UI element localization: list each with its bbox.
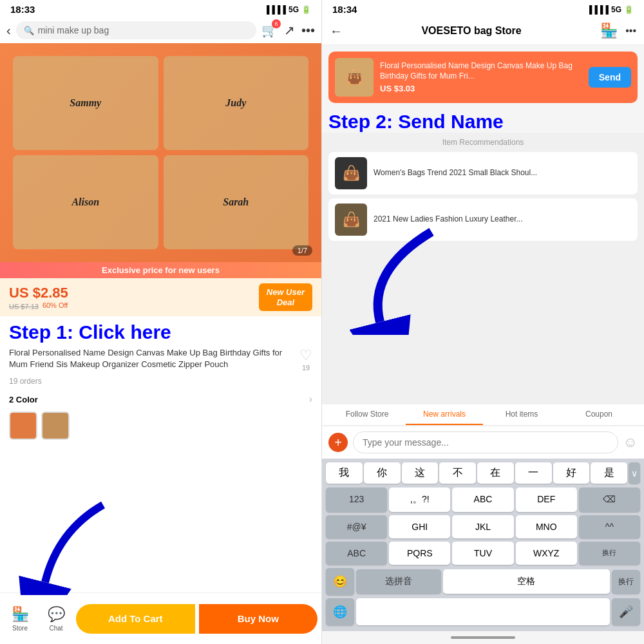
chat-input-row: + ☺: [322, 426, 644, 459]
key-pqrs[interactable]: PQRS: [389, 542, 450, 565]
more-button-right[interactable]: •••: [625, 25, 636, 37]
store-icon-right[interactable]: 🏪: [600, 23, 618, 39]
send-button[interactable]: Send: [589, 67, 631, 88]
key-jkl[interactable]: JKL: [452, 515, 513, 538]
key-def[interactable]: DEF: [516, 488, 577, 512]
bag-grid: Sammy Judy Alison Sarah: [0, 43, 321, 262]
search-bar[interactable]: 🔍 mini make up bag: [16, 21, 256, 39]
share-button[interactable]: ↗: [284, 23, 295, 38]
more-button[interactable]: •••: [301, 23, 315, 38]
quick-char-bu[interactable]: 不: [439, 462, 476, 484]
chat-product-price: US $3.03: [380, 84, 582, 93]
exclusive-banner: Exclusive price for new users: [0, 262, 321, 278]
top-bar-right: ← VOESETO bag Store 🏪 •••: [322, 17, 644, 45]
key-space2[interactable]: [356, 598, 610, 625]
bag-item-alison: Alison: [13, 155, 158, 249]
key-space[interactable]: 空格: [443, 569, 610, 594]
rec-item-2[interactable]: 👜 2021 New Ladies Fashion Luxury Leather…: [328, 198, 638, 241]
key-newline[interactable]: 换行: [612, 570, 640, 594]
quick-char-wo[interactable]: 我: [326, 462, 363, 484]
add-to-cart-button[interactable]: Add To Cart: [76, 604, 195, 634]
bag-name-3: Alison: [71, 196, 99, 208]
wishlist-button[interactable]: ♡ 19: [299, 347, 312, 372]
emoji-button[interactable]: ☺: [623, 434, 638, 451]
chat-product-card: 👜 Floral Personalised Name Design Canvas…: [328, 52, 638, 103]
key-globe[interactable]: 🌐: [326, 598, 354, 625]
quick-char-hao[interactable]: 好: [553, 462, 590, 484]
chat-messages-area: Item Recommendations 👜 Women's Bags Tren…: [322, 133, 644, 404]
bag-item-judy: Judy: [164, 56, 309, 150]
key-ghi[interactable]: GHI: [389, 515, 450, 538]
product-thumbnail: 👜: [335, 58, 374, 97]
key-punctuation[interactable]: ,。?!: [389, 488, 450, 512]
collapse-suggestions-button[interactable]: ∨: [629, 462, 640, 484]
cart-button[interactable]: 🛒 6: [261, 23, 278, 38]
key-pinyin[interactable]: 选拼音: [356, 569, 441, 594]
chat-icon: 💬: [48, 606, 65, 623]
key-caret[interactable]: ^^: [579, 515, 640, 538]
product-info: Floral Personalised Name Design Canvas M…: [0, 345, 321, 377]
key-tuv[interactable]: TUV: [452, 542, 513, 565]
chat-nav-button[interactable]: 💬 Chat: [40, 606, 72, 632]
quick-char-yi[interactable]: 一: [515, 462, 552, 484]
new-user-deal-badge: New UserDeal: [259, 283, 312, 311]
add-attachment-button[interactable]: +: [328, 433, 348, 452]
price-row: US $2.85 US $7.13 60% Off New UserDeal: [0, 278, 321, 316]
store-icon: 🏪: [12, 606, 29, 623]
key-wxyz[interactable]: WXYZ: [516, 542, 577, 565]
key-symbols[interactable]: #@¥: [326, 515, 387, 538]
back-button-left[interactable]: ‹: [6, 23, 11, 38]
color-label: 2 Color: [9, 395, 38, 404]
keyboard-row-4: 😊 选拼音 空格 换行: [325, 568, 641, 595]
search-text: mini make up bag: [38, 25, 109, 35]
orders-count: 19 orders: [0, 377, 321, 390]
price-original: US $7.13: [9, 303, 39, 310]
rec-items-list: 👜 Women's Bags Trend 2021 Small Black Sh…: [328, 152, 638, 241]
item-rec-label: Item Recommendations: [328, 138, 638, 147]
tab-new-arrivals[interactable]: New arrivals: [406, 404, 483, 425]
key-mno[interactable]: MNO: [516, 515, 577, 538]
signal-icon-left: ▐▐▐▐: [264, 5, 286, 14]
rec-title-2: 2021 New Ladies Fashion Luxury Leather..…: [374, 214, 522, 225]
rec-item-1[interactable]: 👜 Women's Bags Trend 2021 Small Black Sh…: [328, 152, 638, 194]
buy-now-button[interactable]: Buy Now: [199, 604, 318, 634]
keyboard-row-1: 123 ,。?! ABC DEF ⌫: [325, 488, 641, 512]
time-left: 18:33: [10, 4, 35, 15]
rec-title-1: Women's Bags Trend 2021 Small Black Shou…: [374, 168, 537, 178]
network-left: 5G: [289, 5, 299, 14]
home-indicator: [322, 631, 644, 644]
key-123[interactable]: 123: [326, 488, 387, 512]
key-backspace[interactable]: ⌫: [579, 488, 640, 512]
product-title: Floral Personalised Name Design Canvas M…: [9, 347, 299, 370]
color-swatch-2[interactable]: [41, 412, 70, 440]
key-mic[interactable]: 🎤: [612, 598, 640, 625]
status-bar-right: 18:34 ▐▐▐▐ 5G 🔋: [322, 0, 644, 17]
color-section: 2 Color ›: [0, 390, 321, 409]
cart-badge: 6: [272, 19, 281, 28]
keyboard-row-5: 🌐 🎤: [325, 598, 641, 625]
quick-char-shi[interactable]: 是: [591, 462, 627, 484]
search-icon: 🔍: [24, 26, 34, 35]
quick-char-zai[interactable]: 在: [477, 462, 514, 484]
tab-follow-store[interactable]: Follow Store: [328, 404, 406, 425]
store-label: Store: [12, 625, 28, 632]
key-return[interactable]: 换行: [579, 542, 640, 565]
key-abc[interactable]: ABC: [452, 488, 513, 512]
tab-coupon[interactable]: Coupon: [560, 404, 638, 425]
bag-name-4: Sarah: [223, 196, 249, 208]
quick-char-ni[interactable]: 你: [364, 462, 401, 484]
bottom-nav: 🏪 Store 💬 Chat Add To Cart Buy Now: [0, 592, 321, 644]
back-button-right[interactable]: ←: [330, 24, 343, 39]
quick-char-zhe[interactable]: 这: [402, 462, 439, 484]
store-title: VOESETO bag Store: [350, 25, 592, 37]
key-emoji[interactable]: 😊: [326, 568, 354, 595]
color-swatch-1[interactable]: [9, 412, 37, 440]
top-icons: 🛒 6 ↗ •••: [261, 23, 315, 38]
chevron-right-icon[interactable]: ›: [309, 393, 312, 405]
store-nav-button[interactable]: 🏪 Store: [4, 606, 36, 632]
message-input[interactable]: [353, 431, 618, 453]
tab-hot-items[interactable]: Hot items: [483, 404, 560, 425]
key-abc2[interactable]: ABC: [326, 542, 387, 565]
step2-label: Step 2: Send Name: [322, 109, 644, 133]
signal-icon-right: ▐▐▐▐: [587, 5, 609, 14]
